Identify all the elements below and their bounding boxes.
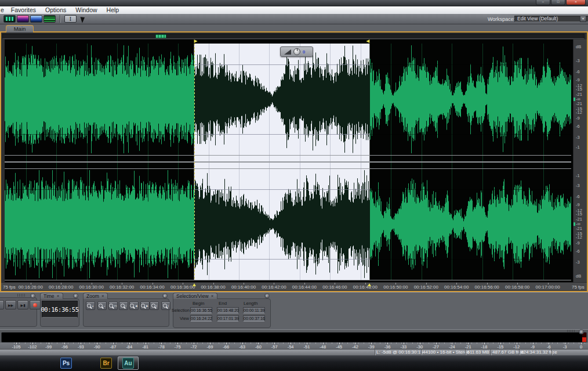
menu-item-e[interactable]: e xyxy=(0,6,6,14)
zoom-in-horizontal-button[interactable]: + xyxy=(86,301,95,310)
zoom-out-full-button[interactable]: ▭ xyxy=(108,301,118,310)
waveform-view-button[interactable] xyxy=(3,15,16,23)
volume-ramp-icon xyxy=(284,49,291,55)
selection-view-tab-label: Selection/View xyxy=(176,293,209,299)
ruler-time-label: 00:16:40:00 xyxy=(231,284,256,290)
record-button[interactable] xyxy=(30,300,41,309)
menu-item-favorites[interactable]: Favorites xyxy=(6,6,41,14)
selection-view-header-end: End xyxy=(219,301,227,306)
title-bar: − □ × xyxy=(0,0,588,6)
ruler-time-label: 00:16:46:00 xyxy=(322,284,347,290)
db-label: -3 xyxy=(576,135,580,140)
view-begin-field[interactable]: 00:16:24:22 xyxy=(190,315,212,322)
zoom-out-vertical-button[interactable]: ↕ xyxy=(161,301,170,310)
fast-forward-button[interactable]: ▶▶ xyxy=(5,300,16,309)
menu-item-options[interactable]: Options xyxy=(41,6,71,14)
tab-zoom[interactable]: Zoom ✕ xyxy=(83,293,108,299)
volume-knob[interactable] xyxy=(293,48,300,55)
time-ruler[interactable]: 75 fps 75 fps 00:16:26:0000:16:28:0000:1… xyxy=(1,282,587,290)
volume-hud[interactable]: 0 xyxy=(280,46,313,57)
selection-view-header-length: Length xyxy=(244,301,257,306)
zoom-panel-menu-button[interactable]: ▸ xyxy=(162,293,168,298)
menu-item-window[interactable]: Window xyxy=(71,6,101,14)
spectral-frequency-view-button[interactable] xyxy=(17,15,29,23)
db-near-edge-label: -1 xyxy=(576,145,580,150)
ps-taskbar-button[interactable]: Ps xyxy=(57,356,75,370)
playback-level-tick xyxy=(574,98,575,101)
playback-level-tick xyxy=(574,222,575,226)
spectral-phase-view-button[interactable] xyxy=(43,15,56,23)
zoom-selection-right-edge-button[interactable]: ► xyxy=(140,301,150,310)
selection-length-field[interactable]: 00:00:11:39 xyxy=(243,307,265,314)
fps-label-right: 75 fps xyxy=(572,284,585,290)
au-taskbar-button[interactable]: Au xyxy=(118,356,139,370)
close-button[interactable]: × xyxy=(566,0,586,5)
zoom-selection-left-edge-button[interactable]: ◄ xyxy=(129,301,139,310)
minimize-button[interactable]: − xyxy=(536,0,550,5)
db-label: -6 xyxy=(576,249,580,254)
spectral-pan-view-button[interactable] xyxy=(30,15,42,23)
db-edge-label: dB xyxy=(576,274,581,279)
clip-indicator-right[interactable] xyxy=(582,337,586,342)
transport-grip xyxy=(17,294,26,297)
selection-view-tab-close-icon[interactable]: ✕ xyxy=(211,294,214,298)
ruler-time-label: 00:16:28:00 xyxy=(49,284,73,290)
db-edge-label: dB xyxy=(576,45,581,49)
selection-boundary-marker[interactable] xyxy=(193,283,196,286)
tab-selection-view[interactable]: Selection/View ✕ xyxy=(173,293,217,299)
time-tab-close-icon[interactable]: ✕ xyxy=(57,294,60,298)
tab-time[interactable]: Time ✕ xyxy=(40,293,63,299)
ruler-time-label: 00:16:58:00 xyxy=(505,284,529,290)
db-label: -3 xyxy=(576,260,580,265)
selection-boundary-marker[interactable] xyxy=(368,283,371,286)
audition-window: − □ × eFavoritesOptionsWindowHelp I Work… xyxy=(0,0,588,371)
br-app-icon: Br xyxy=(100,358,112,369)
time-panel-menu-button[interactable]: ▸ xyxy=(73,293,78,298)
taskbar: ▲ ⇄ 17:31 15-9-2016 xyxy=(0,355,588,371)
view-length-field[interactable]: 00:00:37:16 xyxy=(243,315,265,322)
go-to-end-button[interactable]: ▶▮ xyxy=(17,300,28,309)
zoom-to-selection-button[interactable]: ▫ xyxy=(119,301,128,310)
transport-extra-button[interactable] xyxy=(0,300,4,309)
zoom-tab-close-icon[interactable]: ✕ xyxy=(101,294,104,298)
br-taskbar-button[interactable]: Br xyxy=(97,356,115,370)
db-label: -9 xyxy=(576,241,580,246)
db-label: -6 xyxy=(576,70,580,74)
waveform-display[interactable] xyxy=(5,39,573,282)
window-controls: − □ × xyxy=(536,0,586,5)
meters-panel-menu-button[interactable]: ▸ xyxy=(579,329,584,334)
menu-bar: eFavoritesOptionsWindowHelp xyxy=(0,6,588,14)
toolbar-separator xyxy=(60,15,60,23)
selection-end-field[interactable]: 00:16:48:20 xyxy=(217,307,239,314)
db-label: -9 xyxy=(576,78,580,82)
ruler-time-label: 00:16:34:00 xyxy=(140,284,164,290)
workspace-select[interactable]: Edit View (Default) xyxy=(514,16,588,22)
menu-item-help[interactable]: Help xyxy=(102,6,124,14)
restore-button[interactable]: □ xyxy=(551,0,565,5)
zoom-in-vertical-button[interactable]: ↕ xyxy=(150,301,159,310)
transport-panel-menu-button[interactable]: ▸ xyxy=(30,293,35,298)
db-label: -12 xyxy=(576,235,582,240)
tab-main[interactable]: Main xyxy=(6,25,34,33)
time-selection-tool-button[interactable]: I xyxy=(64,15,77,23)
zoom-navigator-track[interactable] xyxy=(2,34,585,39)
db-label: -6 xyxy=(576,194,580,199)
ruler-time-label: 00:16:38:00 xyxy=(201,284,225,290)
db-label: -3 xyxy=(576,59,580,63)
au-app-icon: Au xyxy=(122,358,134,369)
ps-app-icon: Ps xyxy=(60,358,72,369)
ruler-time-label: 00:16:26:00 xyxy=(19,284,43,290)
workspace-dropdown-arrow[interactable]: ▼ xyxy=(580,16,586,22)
ruler-time-label: 00:16:52:00 xyxy=(414,284,438,290)
level-meter-bar[interactable] xyxy=(1,332,587,343)
zoom-out-horizontal-button[interactable]: − xyxy=(97,301,107,310)
status-bar: L: -5dB @ 00:16:30:1544100 • 16-bit • St… xyxy=(0,349,588,355)
zoom-navigator-handle[interactable] xyxy=(155,34,166,38)
view-end-field[interactable]: 00:17:01:39 xyxy=(217,315,239,322)
selection-begin-field[interactable]: 00:16:36:55 xyxy=(190,307,212,314)
meter-scale-minor-ticks xyxy=(14,343,585,344)
amplitude-ruler[interactable]: dB-3-6-9-12-15-21-∞-21-15-12-9-6-3-1-1-3… xyxy=(573,39,587,282)
selection-view-panel-menu-button[interactable]: ▸ xyxy=(264,293,270,298)
db-label: -6 xyxy=(576,124,580,129)
ruler-time-label: 00:16:36:00 xyxy=(170,284,195,290)
